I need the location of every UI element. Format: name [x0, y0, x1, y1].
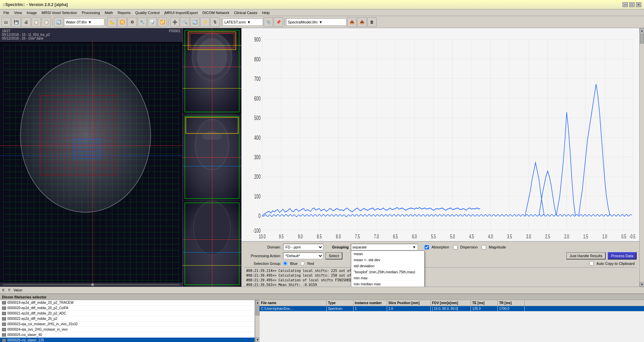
- just-handle-button[interactable]: Just Handle Results: [566, 252, 606, 260]
- menu-item-dicom-network[interactable]: DICOM Network: [201, 10, 231, 15]
- tb-icon-10[interactable]: 📊: [148, 17, 157, 27]
- tb-icon-16[interactable]: ⇅: [210, 17, 220, 27]
- tb-icon-6[interactable]: 📐: [107, 17, 117, 27]
- red-radio[interactable]: [300, 261, 305, 266]
- dicom-scroll-up[interactable]: ▲: [255, 300, 260, 305]
- grouping-arrow[interactable]: ▼: [413, 245, 416, 249]
- maximize-button[interactable]: □: [629, 2, 635, 7]
- popup-item-boxplot[interactable]: "boxplot" (min,25th,median,75th,max): [351, 269, 424, 275]
- menu-item-quality-control[interactable]: Quality Control: [133, 10, 162, 15]
- domain-select[interactable]: FD - ppm FD - Hz TD: [283, 244, 323, 250]
- tb-model-icon1[interactable]: 📤: [347, 17, 357, 27]
- dicom-item[interactable]: 0000020-ep2d_diff_mddw_20_p2_ColFA: [0, 305, 255, 311]
- svg-text:800: 800: [254, 56, 261, 62]
- popup-item-mean[interactable]: mean: [351, 251, 424, 257]
- tb-icon-8[interactable]: ⚙: [127, 17, 137, 27]
- menu-item-math[interactable]: Math: [103, 10, 115, 15]
- dicom-item[interactable]: 0000025-csi_slaser_40: [0, 332, 255, 338]
- tb-transform-icon[interactable]: 🔄: [54, 17, 63, 27]
- scroll-thumb[interactable]: [640, 34, 644, 44]
- menu-item-clinical-cases[interactable]: Clinical Cases: [232, 10, 260, 15]
- svg-text:9.0: 9.0: [298, 233, 303, 239]
- dicom-item[interactable]: 0000021-ep2d_diff_mddw_20_p2_ADC: [0, 311, 255, 316]
- tb-icon-4[interactable]: 📋: [32, 17, 41, 27]
- dicom-item[interactable]: 0000024-eja_svs_2HG_mslaser_in_vivo: [0, 327, 255, 332]
- svg-text:0: 0: [258, 213, 260, 219]
- process-data-button[interactable]: Process Data: [608, 252, 637, 260]
- tb-icon-12[interactable]: ➕: [170, 17, 179, 27]
- snm-arrow[interactable]: ▼: [247, 20, 251, 24]
- processing-select[interactable]: *Default*: [283, 252, 323, 259]
- menu-item-reports[interactable]: Reports: [116, 10, 133, 15]
- file-table-header-cell[interactable]: FOV [mm]x[mm]: [431, 300, 471, 306]
- tb-icon-13[interactable]: 🔍: [180, 17, 190, 27]
- tb-model-icon3[interactable]: 🗑: [367, 17, 377, 27]
- tb-icon-2[interactable]: 💾: [11, 17, 21, 27]
- tb-icon-11[interactable]: 🔁: [158, 17, 167, 27]
- popup-item-std-dev[interactable]: std deviation: [351, 263, 424, 269]
- minimize-button[interactable]: —: [623, 2, 628, 7]
- file-table-row[interactable]: C:\Users\johan\Doc...Spectrum11.0[ 15.0,…: [260, 306, 644, 311]
- dicom-item[interactable]: 0000019-ep2d_diff_mddw_20_p2_TRACEW: [0, 300, 255, 305]
- popup-item-min-max[interactable]: min max: [351, 275, 424, 281]
- popup-item-min-med-max[interactable]: min median max: [351, 281, 424, 287]
- grouping-select-area[interactable]: separate ▼: [351, 244, 418, 250]
- close-button[interactable]: ✕: [636, 2, 641, 7]
- scroll-up-arrow[interactable]: ▲: [640, 28, 644, 33]
- magnitude-checkbox[interactable]: [482, 245, 486, 249]
- tb-snm-icon1[interactable]: 📎: [264, 17, 273, 27]
- scroll-down-arrow[interactable]: ▼: [640, 282, 644, 287]
- thumbnail-coronal[interactable]: [183, 201, 241, 287]
- transform-arrow[interactable]: ▼: [88, 20, 92, 24]
- slider-thumb[interactable]: [91, 283, 94, 286]
- tb-snm-icon2[interactable]: 📌: [274, 17, 283, 27]
- tb-icon-15[interactable]: ⚡: [200, 17, 210, 27]
- file-table-header-cell[interactable]: TE [ms]: [471, 300, 498, 306]
- menu-item-image[interactable]: Image: [24, 10, 39, 15]
- file-table-header-cell[interactable]: Instance number: [354, 300, 387, 306]
- dicom-scroll-thumb[interactable]: [256, 305, 260, 316]
- file-table-header-cell[interactable]: TR [ms]: [498, 300, 525, 306]
- snm-dropdown[interactable]: LATEST.snm ▼: [223, 18, 263, 26]
- dicom-item[interactable]: 0000022-ep2d_diff_mddw_20_p2: [0, 316, 255, 322]
- menu-item-view[interactable]: View: [12, 10, 24, 15]
- tb-icon-3[interactable]: 🖨: [21, 17, 31, 27]
- dicom-item-icon: [2, 333, 6, 337]
- menu-item-help[interactable]: Help: [260, 10, 272, 15]
- grouping-dropdown[interactable]: separate ▼ mean mean +- std dev std devi…: [351, 244, 418, 250]
- tb-icon-7[interactable]: 🔀: [117, 17, 127, 27]
- tb-icon-9[interactable]: 🔧: [138, 17, 147, 27]
- dicom-item[interactable]: 0000026-csi_slaser_135: [0, 338, 255, 342]
- dicom-item-icon: [2, 301, 6, 304]
- popup-item-mean-std[interactable]: mean +- std dev: [351, 257, 424, 263]
- blue-radio[interactable]: [283, 261, 287, 266]
- thumb-crosshair-v-axial: [212, 28, 212, 114]
- dispersion-checkbox[interactable]: [453, 245, 458, 249]
- svg-text:700: 700: [254, 75, 261, 82]
- grouping-popup[interactable]: mean mean +- std dev std deviation "boxp…: [351, 250, 425, 287]
- dicom-scroll-down[interactable]: ▼: [255, 337, 260, 342]
- menu-item-jmrui-import/export[interactable]: jMRUI Import/Export: [162, 10, 200, 15]
- tb-icon-1[interactable]: 🗂: [1, 17, 11, 27]
- slider-track[interactable]: [3, 284, 180, 285]
- absorption-checkbox[interactable]: [425, 245, 429, 249]
- model-dropdown[interactable]: SpectralModel.tfm ▼: [286, 18, 346, 26]
- select-button[interactable]: Select: [325, 252, 342, 260]
- tb-icon-14[interactable]: 🔄: [190, 17, 200, 27]
- model-arrow[interactable]: ▼: [319, 20, 323, 24]
- app-title: ::SpectrIm:: - Version 2.0.2 [alpha]: [3, 2, 68, 7]
- menu-item-mrsi-voxel-selection[interactable]: MRSI Voxel Selection: [40, 10, 79, 15]
- mri-main-view[interactable]: [0, 42, 182, 287]
- transform-dropdown[interactable]: Water-3T.tfm ▼: [64, 18, 104, 26]
- file-table-header-cell[interactable]: Slice Position [mm]: [387, 300, 431, 306]
- file-table-header-cell[interactable]: Type: [327, 300, 354, 306]
- auto-copy-checkbox[interactable]: [589, 261, 594, 266]
- tb-icon-5[interactable]: 📋: [42, 17, 51, 27]
- tb-model-icon2[interactable]: 📥: [357, 17, 367, 27]
- menu-item-file[interactable]: File: [1, 10, 11, 15]
- thumbnail-sagittal[interactable]: [183, 114, 241, 201]
- dicom-item[interactable]: 0000023-eja_csi_mslaser_2HG_in_vivo_32x3…: [0, 322, 255, 327]
- thumbnail-axial[interactable]: [183, 28, 241, 114]
- file-table-header-cell[interactable]: File name: [260, 300, 327, 306]
- menu-item-processing[interactable]: Processing: [80, 10, 102, 15]
